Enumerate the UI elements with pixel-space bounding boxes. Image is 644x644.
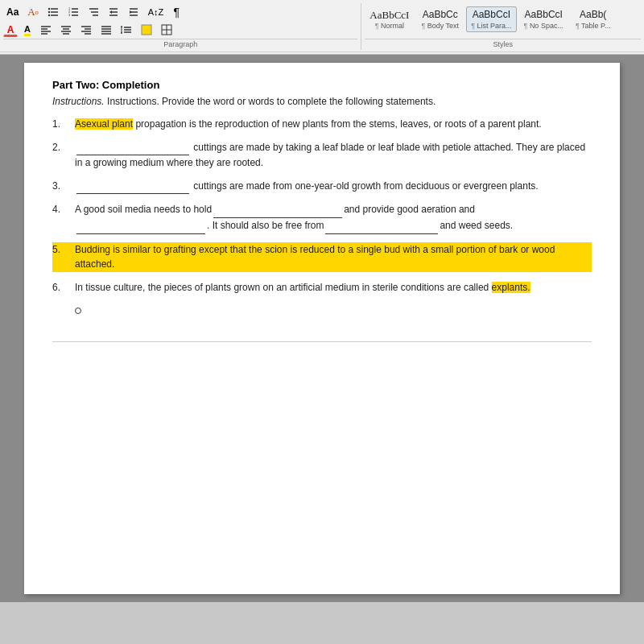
item-content: In tissue culture, the pieces of plants … (75, 280, 592, 295)
svg-point-3 (48, 8, 50, 10)
font-name-btn[interactable]: Aa (3, 5, 22, 19)
blank-field (325, 218, 438, 234)
page-divider (52, 341, 592, 342)
list-item: 5. Budding is similar to grafting except… (52, 242, 592, 272)
item-content: cuttings are made by taking a leaf blade… (75, 140, 592, 171)
blank-field (76, 179, 189, 195)
item-number-highlighted: 5. (52, 242, 75, 272)
align-left-btn[interactable] (37, 23, 55, 37)
item-number: 4. (52, 202, 75, 233)
pilcrow-btn[interactable]: ¶ (169, 5, 184, 19)
styles-section: AaBbCcI ¶ Normal AaBbCc ¶ Body Text AaBb… (361, 3, 644, 50)
list-item: 1. Asexual plant propagation is the repr… (52, 117, 592, 132)
indent-increase-btn[interactable] (125, 5, 142, 19)
border-btn[interactable] (158, 23, 175, 37)
font-style-btn[interactable]: Ao (24, 5, 41, 19)
shading-btn[interactable] (138, 23, 155, 37)
item-content-highlighted: Budding is similar to grafting except th… (75, 242, 592, 272)
item-content: cuttings are made from one-year-old grow… (75, 179, 592, 195)
svg-point-5 (48, 14, 50, 16)
instructions: Instructions. Instructions. Provide the … (52, 96, 592, 107)
list-item: 6. In tissue culture, the pieces of plan… (52, 280, 592, 295)
document-page: Part Two: Completion Instructions. Instr… (24, 63, 620, 594)
svg-point-4 (48, 11, 50, 13)
font-color-btn[interactable]: A (3, 23, 18, 37)
indent-decrease-btn[interactable] (105, 5, 122, 19)
style-normal[interactable]: AaBbCcI ¶ Normal (365, 6, 414, 33)
list-item: 3. cuttings are made from one-year-old g… (52, 179, 592, 195)
list-numbers-btn[interactable]: 123 (64, 5, 82, 19)
highlighted-text: explants. (492, 282, 530, 293)
svg-text:3: 3 (68, 13, 71, 17)
blank-field (76, 140, 189, 156)
align-justify-btn[interactable] (97, 23, 115, 37)
toolbar: Aa Ao 123 (0, 0, 644, 55)
align-center-btn[interactable] (57, 23, 75, 37)
line-spacing-btn[interactable] (118, 23, 135, 37)
svg-marker-44 (121, 32, 122, 34)
svg-marker-43 (121, 26, 122, 27)
part-heading: Part Two: Completion (52, 79, 592, 91)
document-container: Part Two: Completion Instructions. Instr… (0, 55, 644, 602)
styles-section-label: Styles (365, 39, 641, 50)
sort-btn[interactable]: A↕Z (145, 5, 167, 19)
item-content: Asexual plant propagation is the reprodu… (75, 117, 592, 132)
item-content: A good soil media needs to hold and prov… (75, 202, 592, 233)
paragraph-section-label: Paragraph (3, 39, 357, 50)
item-number: 3. (52, 179, 75, 195)
item-number: 2. (52, 140, 75, 171)
item-number: 6. (52, 280, 75, 295)
style-table-para[interactable]: AaBb( ¶ Table P... (571, 6, 616, 31)
highlighted-text: single bud with a small portion of bark … (75, 244, 555, 270)
item-number: 1. (52, 117, 75, 132)
highlighted-text: Asexual plant (75, 118, 133, 130)
style-body-text[interactable]: AaBbCc ¶ Body Text (416, 6, 464, 31)
font-section: Aa Ao 123 (0, 3, 361, 50)
list-bullets-btn[interactable] (44, 5, 62, 19)
style-no-spac[interactable]: AaBbCcI ¶ No Spac... (519, 6, 568, 31)
completion-list: 1. Asexual plant propagation is the repr… (52, 117, 592, 295)
svg-marker-22 (130, 10, 132, 14)
svg-rect-45 (142, 25, 151, 35)
cursor-circle (75, 308, 81, 314)
style-list-para[interactable]: AaBbCcI ¶ List Para... (466, 6, 516, 31)
cursor-marker (75, 303, 592, 317)
align-right-btn[interactable] (77, 23, 95, 37)
blank-field (76, 218, 205, 234)
list-multilevel-btn[interactable] (85, 5, 102, 19)
svg-marker-18 (109, 10, 112, 14)
highlight-btn[interactable]: A (20, 23, 35, 37)
list-item: 4. A good soil media needs to hold and p… (52, 202, 592, 233)
blank-field (213, 202, 342, 218)
list-item: 2. cuttings are made by taking a leaf bl… (52, 140, 592, 171)
